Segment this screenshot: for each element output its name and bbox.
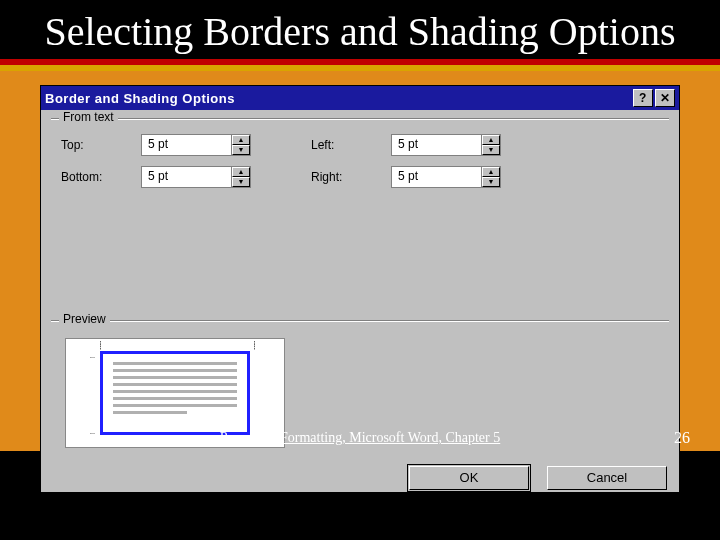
left-value[interactable]: 5 pt	[392, 135, 482, 155]
bottom-value[interactable]: 5 pt	[142, 167, 232, 187]
left-spinner[interactable]: 5 pt ▲ ▼	[391, 134, 501, 156]
preview-page-icon	[100, 351, 250, 435]
ok-button[interactable]: OK	[409, 466, 529, 490]
dialog-title: Border and Shading Options	[45, 91, 631, 106]
bottom-spinner[interactable]: 5 pt ▲ ▼	[141, 166, 251, 188]
help-button[interactable]: ?	[633, 89, 653, 107]
from-text-label: From text	[59, 110, 118, 124]
left-field-row: Left: 5 pt ▲ ▼	[311, 134, 501, 156]
page-number: 26	[674, 429, 690, 447]
dialog-button-row: OK Cancel	[41, 460, 679, 492]
bottom-label: Bottom:	[61, 170, 131, 184]
top-spin-up-icon[interactable]: ▲	[232, 135, 250, 145]
bottom-field-row: Bottom: 5 pt ▲ ▼	[61, 166, 251, 188]
bottom-spin-up-icon[interactable]: ▲	[232, 167, 250, 177]
right-spinner[interactable]: 5 pt ▲ ▼	[391, 166, 501, 188]
top-field-row: Top: 5 pt ▲ ▼	[61, 134, 251, 156]
right-spin-down-icon[interactable]: ▼	[482, 177, 500, 187]
cancel-button[interactable]: Cancel	[547, 466, 667, 490]
top-spin-down-icon[interactable]: ▼	[232, 145, 250, 155]
top-spinner[interactable]: 5 pt ▲ ▼	[141, 134, 251, 156]
from-text-group: From text Top: 5 pt ▲ ▼ B	[51, 118, 669, 198]
dialog-spacer	[41, 202, 679, 312]
dialog-titlebar: Border and Shading Options ? ✕	[41, 86, 679, 110]
footer-text: Paragraph Formatting, Microsoft Word, Ch…	[0, 430, 720, 447]
top-label: Top:	[61, 138, 131, 152]
left-spin-down-icon[interactable]: ▼	[482, 145, 500, 155]
right-value[interactable]: 5 pt	[392, 167, 482, 187]
slide-title: Selecting Borders and Shading Options	[0, 0, 720, 59]
bottom-spin-down-icon[interactable]: ▼	[232, 177, 250, 187]
left-spin-up-icon[interactable]: ▲	[482, 135, 500, 145]
slide-footer: Paragraph Formatting, Microsoft Word, Ch…	[0, 430, 720, 447]
top-value[interactable]: 5 pt	[142, 135, 232, 155]
right-field-row: Right: 5 pt ▲ ▼	[311, 166, 501, 188]
right-label: Right:	[311, 170, 381, 184]
close-button[interactable]: ✕	[655, 89, 675, 107]
preview-label: Preview	[59, 312, 110, 326]
slide-body: Border and Shading Options ? ✕ From text…	[0, 71, 720, 451]
right-spin-up-icon[interactable]: ▲	[482, 167, 500, 177]
left-label: Left:	[311, 138, 381, 152]
